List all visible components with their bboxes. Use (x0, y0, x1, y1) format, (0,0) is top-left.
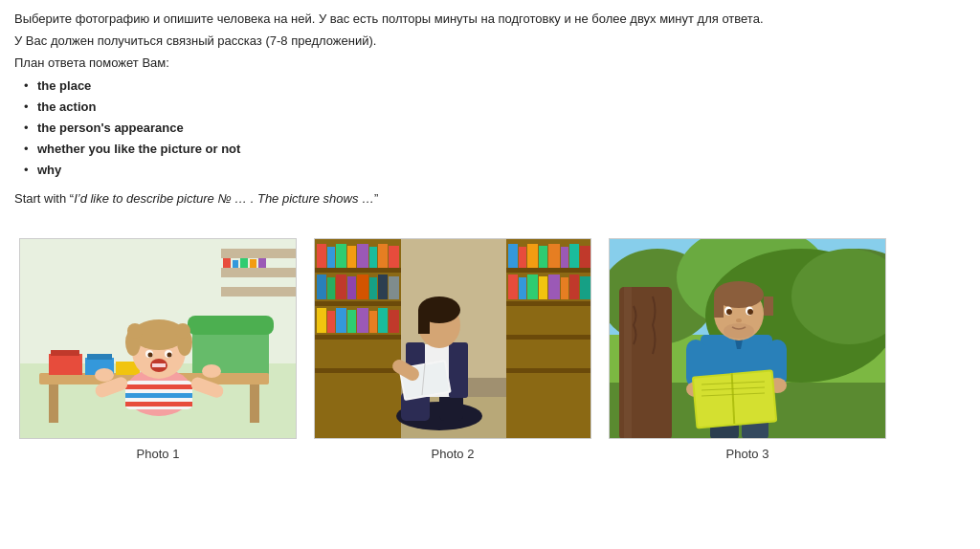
svg-rect-23 (125, 393, 192, 398)
svg-rect-76 (506, 335, 591, 340)
svg-rect-48 (315, 368, 401, 373)
svg-rect-74 (506, 268, 591, 273)
svg-rect-55 (378, 244, 388, 268)
svg-rect-92 (569, 274, 579, 299)
plan-header: План ответа поможет Вам: (14, 54, 966, 74)
svg-rect-67 (336, 308, 346, 333)
svg-rect-15 (49, 354, 82, 375)
svg-rect-51 (336, 244, 346, 268)
svg-rect-82 (548, 244, 560, 268)
svg-rect-58 (327, 277, 335, 299)
svg-rect-68 (347, 310, 356, 333)
plan-item-5: why (24, 161, 966, 181)
svg-rect-93 (580, 276, 590, 299)
svg-rect-47 (315, 335, 401, 340)
svg-rect-66 (327, 311, 335, 333)
plan-item-3: the person's appearance (24, 119, 966, 139)
svg-rect-65 (317, 308, 326, 333)
svg-rect-90 (548, 274, 560, 299)
svg-rect-83 (561, 247, 568, 268)
svg-rect-71 (378, 308, 388, 333)
svg-rect-81 (539, 246, 547, 268)
svg-rect-62 (369, 277, 377, 299)
svg-rect-85 (580, 246, 590, 268)
svg-rect-50 (327, 247, 335, 268)
photo3-svg (610, 239, 886, 439)
svg-rect-79 (519, 247, 526, 268)
svg-rect-84 (569, 244, 579, 268)
svg-point-128 (726, 309, 732, 315)
svg-point-33 (148, 353, 153, 358)
svg-rect-3 (221, 268, 297, 277)
svg-rect-56 (389, 246, 399, 268)
plan-item-1: the place (24, 77, 966, 97)
svg-rect-77 (506, 368, 591, 373)
svg-rect-54 (369, 247, 377, 268)
svg-rect-22 (125, 384, 192, 389)
svg-rect-70 (369, 311, 377, 333)
svg-rect-9 (258, 258, 266, 268)
instruction-line1: Выберите фотографию и опишите человека н… (14, 10, 966, 30)
svg-rect-46 (315, 301, 401, 306)
svg-rect-36 (152, 363, 166, 367)
svg-rect-8 (250, 259, 256, 268)
svg-rect-88 (527, 274, 538, 299)
photo1-label: Photo 1 (137, 447, 180, 461)
svg-rect-49 (317, 244, 326, 268)
svg-point-130 (736, 318, 742, 322)
svg-rect-124 (764, 296, 773, 316)
svg-rect-16 (51, 350, 79, 356)
plan-list: the place the action the person's appear… (24, 77, 966, 180)
svg-rect-5 (223, 258, 231, 268)
svg-rect-102 (418, 310, 430, 334)
svg-rect-24 (125, 402, 192, 406)
start-suffix: ” (374, 191, 378, 206)
svg-rect-64 (389, 276, 399, 299)
svg-rect-99 (449, 342, 468, 398)
start-quote: I’d like to describe picture № … . The p… (74, 191, 374, 206)
svg-rect-2 (221, 249, 297, 258)
photo3-label: Photo 3 (726, 447, 769, 461)
svg-rect-80 (527, 244, 538, 268)
photo1-svg (20, 239, 297, 439)
svg-rect-87 (519, 277, 526, 299)
svg-rect-123 (714, 296, 724, 318)
svg-point-34 (167, 353, 172, 358)
svg-rect-45 (315, 268, 401, 273)
svg-point-125 (724, 323, 754, 339)
photo2-svg (315, 239, 591, 439)
svg-point-40 (202, 364, 221, 378)
instructions-block: Выберите фотографию и опишите человека н… (14, 10, 966, 209)
photo-box-3 (609, 238, 886, 439)
svg-rect-91 (561, 277, 568, 299)
svg-rect-13 (49, 384, 58, 423)
svg-rect-53 (357, 244, 368, 268)
svg-rect-89 (539, 276, 547, 299)
svg-rect-4 (221, 287, 297, 296)
photo-box-1 (19, 238, 297, 439)
svg-rect-57 (317, 274, 326, 299)
svg-point-30 (175, 323, 190, 339)
start-with-text: Start with “I’d like to describe picture… (14, 189, 966, 209)
svg-rect-6 (233, 260, 238, 268)
photos-section: Photo 1 (14, 238, 966, 461)
svg-rect-75 (506, 301, 591, 306)
svg-rect-18 (87, 354, 112, 360)
plan-item-4: whether you like the picture or not (24, 140, 966, 160)
svg-rect-52 (347, 246, 356, 268)
svg-rect-114 (624, 287, 632, 439)
svg-rect-60 (347, 276, 356, 299)
plan-item-2: the action (24, 98, 966, 118)
svg-rect-59 (336, 274, 346, 299)
photo2-label: Photo 2 (432, 447, 475, 461)
svg-rect-69 (357, 308, 368, 333)
photo-item-1: Photo 1 (19, 238, 297, 461)
start-prefix: Start with “ (14, 191, 74, 206)
svg-rect-11 (188, 316, 274, 335)
instruction-line2: У Вас должен получиться связный рассказ … (14, 32, 966, 52)
svg-rect-61 (357, 274, 368, 299)
svg-rect-7 (240, 258, 248, 268)
svg-rect-86 (508, 274, 518, 299)
svg-point-39 (95, 368, 114, 382)
photo-box-2 (314, 238, 591, 439)
